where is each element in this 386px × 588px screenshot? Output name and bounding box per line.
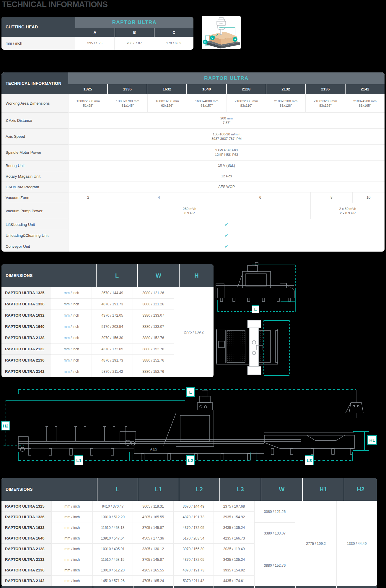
column-header-l3: L3 bbox=[219, 478, 261, 501]
dimensions-lwh-table: DIMENSIONS L W H RAPTOR ULTRA 1325 mm / … bbox=[1, 264, 214, 377]
model-name: RAPTOR ULTRA 2142 bbox=[1, 366, 51, 377]
l-value: 3670 / 144.49 bbox=[92, 287, 132, 298]
model-header: 2142 bbox=[345, 84, 385, 94]
model-header: 2136 bbox=[305, 84, 345, 94]
check-icon: ✓ bbox=[224, 233, 229, 238]
cutting-head-title: CUTTING HEAD bbox=[1, 17, 75, 37]
tech-info-title: TECHNICAL INFORMATION bbox=[1, 72, 68, 94]
l-value: 5170 / 203.54 bbox=[92, 321, 132, 332]
w-merged-value: 3380 / 133.07 bbox=[254, 522, 295, 544]
boring-row: Boring Unit 10 V (Std.) bbox=[1, 160, 385, 171]
l-value: 13910 / 547.64 bbox=[92, 533, 133, 543]
machine-top-view-diagram bbox=[214, 318, 299, 377]
row-label: Z Axis Distance bbox=[1, 112, 68, 128]
unit-label: mm / inch bbox=[51, 366, 92, 377]
l3-value: 3435 / 135.24 bbox=[214, 554, 254, 565]
column-header-w: W bbox=[137, 264, 179, 287]
column-header-h2: H2 bbox=[344, 478, 377, 501]
unit-label: mm / inch bbox=[51, 533, 92, 543]
vacuum-zone-value: 4 bbox=[108, 192, 209, 203]
l1-value: 3705 / 145.87 bbox=[133, 522, 173, 533]
l1-value: 4205 / 165.55 bbox=[133, 511, 173, 522]
model-name: RAPTOR ULTRA 1640 bbox=[1, 321, 51, 332]
l-value: 4370 / 172.05 bbox=[92, 310, 132, 321]
dimensions-title: DIMENSIONS bbox=[1, 264, 96, 287]
column-header-a: A bbox=[75, 28, 115, 37]
table-row: RAPTOR ULTRA 2128 mm / inch 10310 / 405.… bbox=[1, 543, 254, 554]
unit-label: mm / inch bbox=[51, 287, 92, 298]
working-area-mm: 1300x3700 mm bbox=[116, 99, 139, 103]
model-name: RAPTOR ULTRA 2136 bbox=[1, 565, 51, 575]
l2-value: 5170 / 203.54 bbox=[173, 533, 214, 543]
h2-merged-value: 1330 / 44.49 bbox=[336, 501, 377, 586]
model-name: RAPTOR ULTRA 2128 bbox=[1, 332, 51, 343]
table-row: RAPTOR ULTRA 2128 mm / inch 3970 / 156.3… bbox=[1, 332, 174, 343]
unit-label: mm / inch bbox=[51, 343, 92, 354]
row-label: Rotary Magazin Unit bbox=[1, 171, 68, 182]
table-row: RAPTOR ULTRA 2142 mm / inch 5370 / 211.4… bbox=[1, 366, 174, 377]
vacuum-zone-value: 8 bbox=[310, 192, 352, 203]
l3-value: 3035 / 119.49 bbox=[214, 543, 254, 554]
vacuum-zone-value: 10 bbox=[352, 192, 385, 203]
cutoff-table-header-strip bbox=[1, 586, 377, 588]
vacuum-zone-value: 6 bbox=[210, 192, 310, 203]
spindle-hp: 12HP HSK F63 bbox=[215, 153, 238, 157]
dim-label-l3: L3 bbox=[305, 455, 314, 465]
w-value: 3080 / 121.26 bbox=[133, 298, 174, 310]
table-row: RAPTOR ULTRA 1640 mm / inch 5170 / 203.5… bbox=[1, 321, 174, 332]
l1-value: 3005 / 118.31 bbox=[133, 501, 173, 511]
l-value: 13010 / 512.20 bbox=[92, 511, 133, 522]
w-value: 3880 / 152.76 bbox=[133, 366, 174, 377]
working-area-inch: 63x157” bbox=[201, 103, 213, 108]
model-header: 2128 bbox=[226, 84, 266, 94]
dim-label-h2: H2 bbox=[1, 421, 10, 430]
l2-value: 3670 / 144.49 bbox=[173, 501, 214, 511]
table-row: RAPTOR ULTRA 1336 mm / inch 4870 / 191.7… bbox=[1, 298, 174, 310]
l3-value: 3935 / 154.92 bbox=[214, 565, 254, 575]
l-value: 11510 / 453.15 bbox=[92, 554, 133, 565]
unit-label: mm / inch bbox=[51, 575, 92, 586]
dim-label-l1: L1 bbox=[74, 455, 83, 465]
figure-label-a: A bbox=[234, 38, 236, 41]
table-row: RAPTOR ULTRA 1632 mm / inch 11510 / 453.… bbox=[1, 522, 254, 533]
unit-label: mm / inch bbox=[51, 565, 92, 575]
l-value: 13010 / 512.20 bbox=[92, 565, 133, 575]
table-row: RAPTOR ULTRA 1325 mm / inch 9410 / 370.4… bbox=[1, 501, 254, 511]
l-value: 4370 / 172.05 bbox=[92, 343, 132, 354]
l1-value: 3305 / 130.12 bbox=[133, 543, 173, 554]
model-header-row: 1325 1336 1632 1640 2128 2132 2136 2142 bbox=[68, 84, 385, 94]
h1-merged-value: 2775 / 109.2 bbox=[295, 501, 336, 586]
unit-label: mm / inch bbox=[51, 554, 92, 565]
l2-value: 3970 / 156.30 bbox=[173, 543, 214, 554]
boring-value: 10 V (Std.) bbox=[68, 160, 385, 171]
model-name: RAPTOR ULTRA 1325 bbox=[1, 287, 51, 298]
row-label: Spindle Motor Power bbox=[1, 144, 68, 160]
l-value: 4870 / 191.73 bbox=[92, 298, 132, 310]
model-name: RAPTOR ULTRA 1632 bbox=[1, 522, 51, 533]
working-area-row: Working Area Dimensions 1300x2500 mm51x9… bbox=[1, 94, 385, 112]
unit-label: mm / inch bbox=[51, 511, 92, 522]
vacuum-zone-value: 2 bbox=[68, 192, 108, 203]
h-merged-value: 2775 / 109.2 bbox=[174, 287, 214, 377]
row-label: Unloading&Cleaning Unit bbox=[1, 230, 68, 241]
cutting-head-diagram-icon: A B C bbox=[202, 16, 241, 49]
working-area-inch: 51x145” bbox=[122, 103, 134, 108]
page-title: TECHNICAL INFORMATIONS bbox=[2, 0, 108, 9]
machine-logo: AES bbox=[150, 447, 157, 451]
l-value: 10310 / 405.91 bbox=[92, 543, 133, 554]
dimensions-full-table: DIMENSIONS L L1 L2 L3 W H1 H2 RAPTOR ULT… bbox=[1, 478, 377, 587]
working-area-mm: 2100x3200 mm bbox=[314, 99, 337, 103]
table-row: RAPTOR ULTRA 1640 mm / inch 13910 / 547.… bbox=[1, 533, 254, 543]
unit-label: mm / inch bbox=[51, 522, 92, 533]
value-b: 200 / 7.87 bbox=[114, 37, 154, 50]
working-area-mm: 1300x2500 mm bbox=[76, 99, 100, 103]
l-value: 3970 / 156.30 bbox=[92, 332, 132, 343]
l2-value: 4370 / 172.05 bbox=[173, 554, 214, 565]
working-area-mm: 1600x4000 mm bbox=[195, 99, 218, 103]
row-label: Working Area Dimensions bbox=[1, 94, 68, 112]
column-header-l1: L1 bbox=[138, 478, 179, 501]
cutting-head-brand-header: RAPTOR ULTRA bbox=[75, 17, 193, 28]
model-header: 1325 bbox=[68, 84, 107, 94]
model-name: RAPTOR ULTRA 2132 bbox=[1, 554, 51, 565]
l2-value: 4870 / 191.73 bbox=[173, 511, 214, 522]
